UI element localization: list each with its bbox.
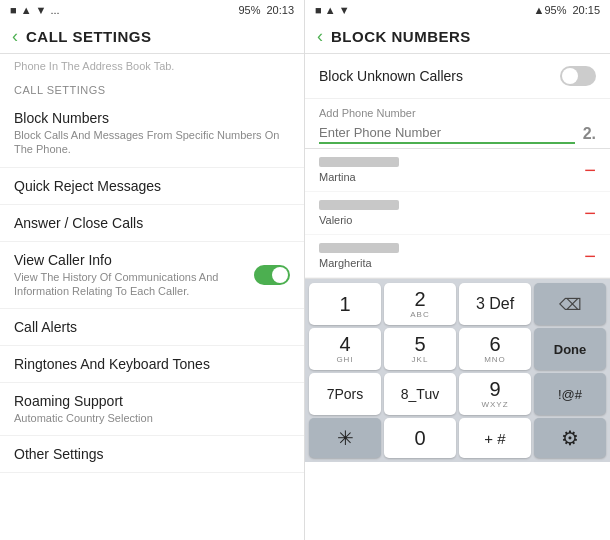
menu-item-view-caller[interactable]: View Caller Info View The History Of Com… <box>0 242 304 310</box>
right-status-icons: ■ ▲ ▼ <box>315 4 350 16</box>
menu-item-other-settings[interactable]: Other Settings <box>0 436 304 473</box>
right-icon2: ▲ <box>325 4 336 16</box>
contact-item-martina[interactable]: Martina − <box>305 149 610 192</box>
menu-item-ringtones[interactable]: Ringtones And Keyboard Tones <box>0 346 304 383</box>
right-icon1: ■ <box>315 4 322 16</box>
roaming-subtitle: Automatic Country Selection <box>14 411 290 425</box>
back-button-left[interactable]: ‹ <box>12 26 18 47</box>
quick-reject-title: Quick Reject Messages <box>14 178 290 194</box>
left-panel: ■ ▲ ▼ ... 95% 20:13 ‹ CALL SETTINGS Phon… <box>0 0 305 540</box>
menu-item-call-alerts[interactable]: Call Alerts <box>0 309 304 346</box>
contact-name-margherita: Margherita <box>319 257 399 269</box>
right-time: 20:15 <box>572 4 600 16</box>
contact-name-valerio: Valerio <box>319 214 399 226</box>
phone-input-num: 2. <box>583 125 596 143</box>
roaming-title: Roaming Support <box>14 393 290 409</box>
key-settings[interactable]: ⚙ <box>534 418 606 458</box>
contact-avatar-bar-valerio <box>319 200 399 210</box>
remove-valerio-button[interactable]: − <box>584 203 596 223</box>
key-8[interactable]: 8_Tuv <box>384 373 456 415</box>
add-phone-label: Add Phone Number <box>319 107 596 119</box>
left-icon3: ▼ <box>36 4 47 16</box>
other-settings-title: Other Settings <box>14 446 290 462</box>
contact-avatar-bar-martina <box>319 157 399 167</box>
phone-input-field[interactable] <box>319 123 575 144</box>
key-3[interactable]: 3 Def <box>459 283 531 325</box>
key-star[interactable]: ✳ <box>309 418 381 458</box>
key-6[interactable]: 6 MNO <box>459 328 531 370</box>
ringtones-title: Ringtones And Keyboard Tones <box>14 356 290 372</box>
left-section-header: CALL SETTINGS <box>0 76 304 100</box>
contact-avatar-margherita: Margherita <box>319 243 399 269</box>
top-note: Phone In The Address Book Tab. <box>0 54 304 76</box>
left-content: Phone In The Address Book Tab. CALL SETT… <box>0 54 304 540</box>
contact-avatar-bar-margherita <box>319 243 399 253</box>
key-9[interactable]: 9 WXYZ <box>459 373 531 415</box>
right-panel: ■ ▲ ▼ ▲95% 20:15 ‹ BLOCK NUMBERS Block U… <box>305 0 610 540</box>
contact-avatar-martina: Martina <box>319 157 399 183</box>
contact-list: Martina − Valerio − Margherita − <box>305 149 610 279</box>
left-time: 20:13 <box>266 4 294 16</box>
contact-item-margherita[interactable]: Margherita − <box>305 235 610 278</box>
right-time-battery: ▲95% 20:15 <box>534 4 600 16</box>
key-special-chars[interactable]: !@# <box>534 373 606 415</box>
top-bar-right: ‹ BLOCK NUMBERS <box>305 20 610 54</box>
contact-name-martina: Martina <box>319 171 399 183</box>
view-caller-subtitle: View The History Of Communications And I… <box>14 270 246 299</box>
back-button-right[interactable]: ‹ <box>317 26 323 47</box>
view-caller-title: View Caller Info <box>14 252 246 268</box>
block-unknown-row[interactable]: Block Unknown Callers <box>305 54 610 99</box>
contact-avatar-valerio: Valerio <box>319 200 399 226</box>
view-caller-toggle[interactable] <box>254 265 290 285</box>
key-1[interactable]: 1 <box>309 283 381 325</box>
left-status-icons: ■ ▲ ▼ ... <box>10 4 60 16</box>
key-2[interactable]: 2 ABC <box>384 283 456 325</box>
key-5[interactable]: 5 JKL <box>384 328 456 370</box>
key-7[interactable]: 7Pors <box>309 373 381 415</box>
menu-item-answer-close[interactable]: Answer / Close Calls <box>0 205 304 242</box>
left-battery: 95% <box>238 4 260 16</box>
left-time-battery: 95% 20:13 <box>238 4 294 16</box>
menu-item-quick-reject[interactable]: Quick Reject Messages <box>0 168 304 205</box>
status-bar-right: ■ ▲ ▼ ▲95% 20:15 <box>305 0 610 20</box>
left-dots: ... <box>50 4 59 16</box>
menu-item-roaming[interactable]: Roaming Support Automatic Country Select… <box>0 383 304 436</box>
key-backspace[interactable]: ⌫ <box>534 283 606 325</box>
block-unknown-toggle[interactable] <box>560 66 596 86</box>
answer-close-title: Answer / Close Calls <box>14 215 290 231</box>
call-alerts-title: Call Alerts <box>14 319 290 335</box>
remove-margherita-button[interactable]: − <box>584 246 596 266</box>
keyboard: 1 2 ABC 3 Def ⌫ 4 GHI 5 JKL 6 <box>305 279 610 462</box>
top-bar-left: ‹ CALL SETTINGS <box>0 20 304 54</box>
key-plus-hash[interactable]: + # <box>459 418 531 458</box>
add-phone-section: Add Phone Number 2. <box>305 99 610 149</box>
menu-item-block-numbers[interactable]: Block Numbers Block Calls And Messages F… <box>0 100 304 168</box>
right-content: Block Unknown Callers Add Phone Number 2… <box>305 54 610 540</box>
phone-input-row: 2. <box>319 123 596 144</box>
left-icon1: ■ <box>10 4 17 16</box>
block-unknown-label: Block Unknown Callers <box>319 68 463 84</box>
page-title-right: BLOCK NUMBERS <box>331 28 471 45</box>
remove-martina-button[interactable]: − <box>584 160 596 180</box>
block-numbers-subtitle: Block Calls And Messages From Specific N… <box>14 128 290 157</box>
key-0[interactable]: 0 <box>384 418 456 458</box>
contact-item-valerio[interactable]: Valerio − <box>305 192 610 235</box>
key-4[interactable]: 4 GHI <box>309 328 381 370</box>
right-signal: ▲95% <box>534 4 567 16</box>
block-numbers-title: Block Numbers <box>14 110 290 126</box>
status-bar-left: ■ ▲ ▼ ... 95% 20:13 <box>0 0 304 20</box>
right-icon3: ▼ <box>339 4 350 16</box>
page-title-left: CALL SETTINGS <box>26 28 151 45</box>
key-done[interactable]: Done <box>534 328 606 370</box>
left-icon2: ▲ <box>21 4 32 16</box>
